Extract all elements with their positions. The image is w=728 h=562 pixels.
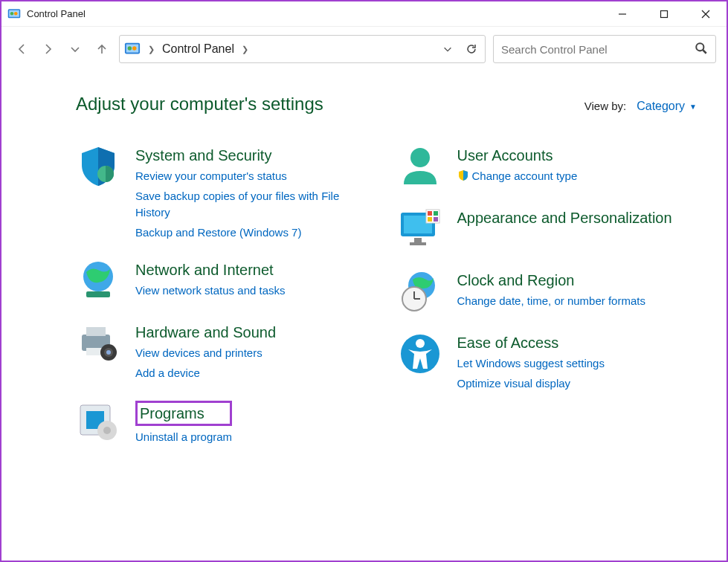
category-clock-region: Clock and Region Change date, time, or n… xyxy=(398,269,698,314)
right-column: User Accounts Change account type Appear… xyxy=(398,144,698,446)
monitor-icon xyxy=(398,207,442,251)
titlebar: Control Panel xyxy=(1,1,727,27)
category-link[interactable]: Uninstall a program xyxy=(135,429,232,446)
svg-rect-33 xyxy=(428,211,432,216)
chevron-down-icon: ▼ xyxy=(689,103,697,111)
svg-line-13 xyxy=(703,50,706,54)
svg-rect-30 xyxy=(414,238,422,242)
content-area: Adjust your computer's settings View by:… xyxy=(1,71,727,446)
chevron-right-icon[interactable]: ❯ xyxy=(240,45,250,54)
maximize-button[interactable] xyxy=(643,1,685,27)
svg-point-27 xyxy=(410,148,430,167)
category-link[interactable]: View devices and printers xyxy=(135,345,276,362)
svg-point-26 xyxy=(103,427,111,434)
viewby-value: Category xyxy=(637,100,685,113)
category-link[interactable]: Change account type xyxy=(472,168,578,185)
accessibility-icon xyxy=(398,332,442,376)
window-title: Control Panel xyxy=(27,8,602,19)
search-box[interactable] xyxy=(493,35,716,63)
category-title[interactable]: Clock and Region xyxy=(457,271,645,290)
category-title[interactable]: Hardware and Sound xyxy=(135,323,276,342)
category-network-internet: Network and Internet View network status… xyxy=(76,259,376,303)
globe-icon xyxy=(76,259,120,303)
svg-rect-35 xyxy=(428,217,432,222)
category-link[interactable]: View network status and tasks xyxy=(135,282,286,300)
control-panel-icon xyxy=(7,7,21,21)
category-ease-of-access: Ease of Access Let Windows suggest setti… xyxy=(398,332,698,392)
category-link[interactable]: Change date, time, or number formats xyxy=(457,293,645,310)
svg-point-3 xyxy=(14,12,18,16)
category-title[interactable]: Appearance and Personalization xyxy=(457,208,672,227)
category-title[interactable]: Ease of Access xyxy=(457,333,605,352)
svg-rect-31 xyxy=(410,242,426,245)
search-icon[interactable] xyxy=(695,42,708,57)
page-title: Adjust your computer's settings xyxy=(76,94,584,114)
address-bar[interactable]: ❯ Control Panel ❯ xyxy=(119,35,486,63)
user-icon xyxy=(398,144,442,189)
left-column: System and Security Review your computer… xyxy=(76,144,376,446)
programs-icon xyxy=(76,399,120,444)
category-link[interactable]: Add a device xyxy=(135,365,276,382)
viewby-label: View by: xyxy=(584,100,626,112)
up-button[interactable] xyxy=(92,39,112,59)
close-button[interactable] xyxy=(685,1,727,27)
svg-point-2 xyxy=(10,12,14,16)
svg-rect-36 xyxy=(434,217,438,222)
category-title[interactable]: User Accounts xyxy=(457,146,578,165)
breadcrumb-item[interactable]: Control Panel xyxy=(162,42,234,56)
toolbar: ❯ Control Panel ❯ xyxy=(1,27,727,71)
svg-point-11 xyxy=(132,46,137,51)
category-user-accounts: User Accounts Change account type xyxy=(398,144,698,189)
svg-point-22 xyxy=(106,350,111,355)
address-dropdown[interactable] xyxy=(439,40,457,58)
minimize-button[interactable] xyxy=(602,1,643,27)
category-title[interactable]: System and Security xyxy=(135,146,376,165)
svg-rect-5 xyxy=(661,10,668,17)
category-link[interactable]: Optimize visual display xyxy=(457,375,605,393)
category-system-security: System and Security Review your computer… xyxy=(76,144,376,241)
viewby-dropdown[interactable]: Category ▼ xyxy=(637,100,697,113)
search-input[interactable] xyxy=(501,43,695,56)
chevron-right-icon[interactable]: ❯ xyxy=(146,45,156,54)
category-title[interactable]: Programs xyxy=(140,405,204,422)
category-link[interactable]: Let Windows suggest settings xyxy=(457,355,605,372)
back-button[interactable] xyxy=(12,39,31,59)
svg-rect-18 xyxy=(86,327,106,336)
svg-point-12 xyxy=(696,43,703,51)
control-panel-icon xyxy=(124,41,141,57)
shield-admin-icon xyxy=(457,169,469,184)
category-programs: Programs Uninstall a program xyxy=(76,399,376,446)
category-appearance-personalization: Appearance and Personalization xyxy=(398,207,698,251)
svg-point-10 xyxy=(128,46,132,51)
svg-rect-16 xyxy=(86,291,110,297)
svg-rect-34 xyxy=(434,211,438,216)
category-hardware-sound: Hardware and Sound View devices and prin… xyxy=(76,321,376,381)
highlight-box: Programs xyxy=(135,401,232,426)
history-dropdown[interactable] xyxy=(65,39,85,59)
category-link[interactable]: Save backup copies of your files with Fi… xyxy=(135,188,376,222)
refresh-button[interactable] xyxy=(463,40,480,58)
category-title[interactable]: Network and Internet xyxy=(135,260,286,280)
svg-point-42 xyxy=(416,339,425,348)
printer-icon xyxy=(76,321,120,366)
category-link[interactable]: Backup and Restore (Windows 7) xyxy=(135,225,376,242)
clock-icon xyxy=(398,269,442,314)
category-link[interactable]: Review your computer's status xyxy=(135,168,376,185)
shield-icon xyxy=(76,144,120,189)
forward-button[interactable] xyxy=(39,39,58,59)
